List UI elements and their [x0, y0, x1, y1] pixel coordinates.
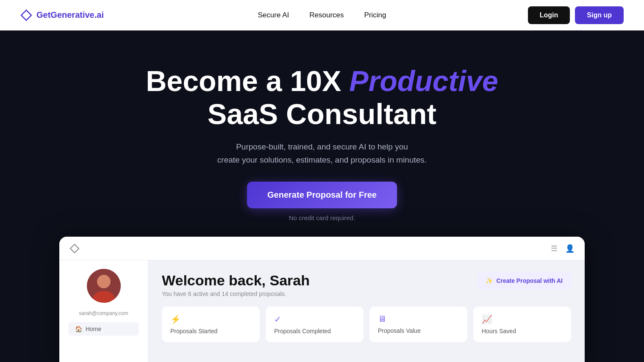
home-icon: 🏠	[75, 326, 82, 332]
welcome-subtitle: You have 6 active and 14 completed propo…	[162, 290, 310, 297]
proposals-completed-label: Proposals Completed	[274, 328, 355, 334]
stat-card-proposals-completed: ✓ Proposals Completed	[266, 307, 364, 342]
hero-title-part2: SaaS Consultant	[208, 98, 436, 130]
hamburger-icon: ☰	[551, 244, 558, 253]
hero-subtitle: Purpose-built, trained, and secure AI to…	[217, 141, 427, 166]
stat-card-proposals-value: 🖥 Proposals Value	[369, 307, 467, 342]
sidebar-home-label: Home	[86, 326, 101, 332]
logo-icon	[20, 9, 32, 21]
hero-note: No credit card required.	[289, 214, 355, 221]
navbar: GetGenerative.ai Secure AI Resources Pri…	[0, 0, 644, 30]
create-proposal-label: Create Proposal with AI	[496, 277, 563, 284]
hero-title-part1: Become a 10X	[146, 65, 349, 97]
sidebar-item-home[interactable]: 🏠 Home	[68, 322, 139, 336]
nav-link-pricing[interactable]: Pricing	[364, 11, 386, 19]
nav-link-resources[interactable]: Resources	[309, 11, 344, 19]
nav-link-secure-ai[interactable]: Secure AI	[258, 11, 289, 19]
welcome-heading: Welcome back, Sarah	[162, 272, 310, 289]
dashboard-topbar: ☰ 👤	[59, 237, 585, 260]
navbar-actions: Login Sign up	[528, 6, 624, 24]
svg-point-3	[97, 275, 111, 288]
generate-proposal-button[interactable]: Generate Proposal for Free	[247, 182, 397, 208]
dashboard-body: sarah@company.com 🏠 Home Welcome back, S…	[59, 260, 585, 362]
user-avatar	[87, 269, 121, 303]
signup-button[interactable]: Sign up	[575, 6, 624, 24]
create-proposal-button[interactable]: ✨ Create Proposal with AI	[477, 272, 571, 289]
hero-title-accent: Productive	[349, 65, 498, 97]
nav-links: Secure AI Resources Pricing	[258, 11, 386, 19]
svg-marker-1	[70, 244, 79, 253]
user-settings-icon: 👤	[565, 244, 575, 253]
dashboard-main: Welcome back, Sarah You have 6 active an…	[148, 260, 585, 362]
dashboard-sidebar: sarah@company.com 🏠 Home	[59, 260, 148, 362]
hero-section: Become a 10X Productive SaaS Consultant …	[0, 30, 644, 362]
svg-marker-0	[21, 10, 31, 20]
hours-saved-icon: 📈	[482, 314, 563, 324]
avatar-svg	[87, 269, 121, 303]
proposals-started-icon: ⚡	[170, 314, 251, 324]
stat-card-hours-saved: 📈 Hours Saved	[473, 307, 571, 342]
login-button[interactable]: Login	[528, 6, 570, 24]
proposals-value-icon: 🖥	[378, 314, 459, 324]
hours-saved-label: Hours Saved	[482, 328, 563, 334]
dashboard-stats: ⚡ Proposals Started ✓ Proposals Complete…	[162, 307, 571, 342]
dashboard-header-row: Welcome back, Sarah You have 6 active an…	[162, 272, 571, 297]
proposals-value-label: Proposals Value	[378, 327, 459, 334]
magic-wand-icon: ✨	[486, 277, 493, 284]
dashboard-logo-icon	[69, 243, 80, 254]
hero-subtitle-line2: create your solutions, estimates, and pr…	[217, 155, 427, 164]
dashboard-preview: ☰ 👤 sarah@company.com 🏠 Home	[59, 237, 585, 362]
logo[interactable]: GetGenerative.ai	[20, 9, 104, 21]
dashboard-welcome-block: Welcome back, Sarah You have 6 active an…	[162, 272, 310, 297]
hero-title: Become a 10X Productive SaaS Consultant	[146, 64, 498, 130]
proposals-completed-icon: ✓	[274, 314, 355, 324]
stat-card-proposals-started: ⚡ Proposals Started	[162, 307, 260, 342]
hero-subtitle-line1: Purpose-built, trained, and secure AI to…	[236, 142, 408, 151]
dashboard-topbar-icons: ☰ 👤	[551, 244, 575, 253]
user-email: sarah@company.com	[79, 310, 128, 316]
logo-text: GetGenerative.ai	[36, 10, 104, 20]
proposals-started-label: Proposals Started	[170, 328, 251, 334]
